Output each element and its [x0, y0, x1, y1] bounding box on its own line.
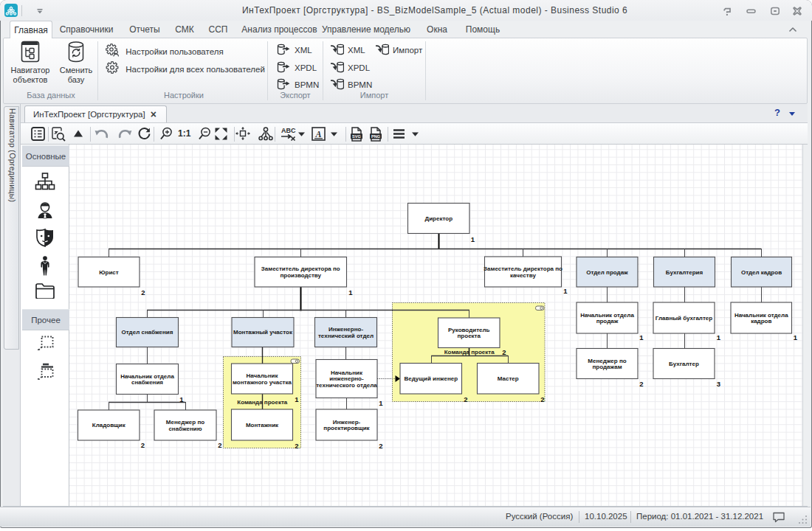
svg-text:Команда проекта: Команда проекта: [237, 399, 287, 406]
svg-text:1: 1: [717, 333, 721, 341]
svg-text:A: A: [314, 129, 321, 139]
svg-text:ABC: ABC: [281, 127, 296, 134]
svg-text:Главный бухгалтер: Главный бухгалтер: [656, 315, 712, 322]
svg-text:2: 2: [141, 288, 145, 296]
svg-text:SVG: SVG: [352, 134, 361, 139]
svg-text:1: 1: [379, 399, 383, 407]
svg-text:Отдел снабжения: Отдел снабжения: [122, 329, 173, 336]
svg-text:Монтажник: Монтажник: [246, 422, 279, 428]
svg-text:3: 3: [717, 380, 720, 388]
svg-text:1: 1: [471, 235, 475, 243]
svg-text:1: 1: [639, 333, 644, 341]
svg-text:1: 1: [348, 288, 353, 296]
svg-text:2: 2: [639, 380, 643, 388]
svg-text:2: 2: [379, 442, 382, 450]
svg-text:2: 2: [295, 442, 298, 450]
svg-text:Бухгалтерия: Бухгалтерия: [666, 269, 703, 276]
svg-text:Монтажный участок: Монтажный участок: [233, 329, 293, 336]
svg-text:Бухгалтер: Бухгалтер: [669, 361, 699, 367]
svg-text:Менеджер попродажам: Менеджер попродажам: [588, 358, 626, 371]
svg-text:2: 2: [540, 395, 544, 403]
svg-text:2: 2: [218, 441, 221, 449]
svg-text:1: 1: [295, 395, 299, 403]
svg-text:2: 2: [464, 395, 467, 403]
svg-text:Мастер: Мастер: [498, 375, 519, 382]
svg-text:PNG: PNG: [371, 134, 380, 139]
svg-text:Команда проекта: Команда проекта: [444, 349, 495, 355]
svg-text:1: 1: [179, 395, 184, 403]
svg-text:2: 2: [141, 441, 145, 449]
svg-text:2: 2: [502, 348, 506, 356]
svg-text:1: 1: [563, 287, 568, 295]
svg-text:Директор: Директор: [424, 215, 453, 222]
svg-text:Менеджер поснабжению: Менеджер поснабжению: [166, 419, 204, 432]
svg-text:1: 1: [794, 333, 798, 341]
svg-text:Отдел продаж: Отдел продаж: [586, 269, 628, 276]
svg-text:Отдел кадров: Отдел кадров: [741, 269, 782, 276]
svg-text:Юрист: Юрист: [99, 269, 119, 276]
svg-text:Ведущий инженер: Ведущий инженер: [404, 375, 458, 382]
svg-text:Кладовщик: Кладовщик: [92, 422, 126, 428]
